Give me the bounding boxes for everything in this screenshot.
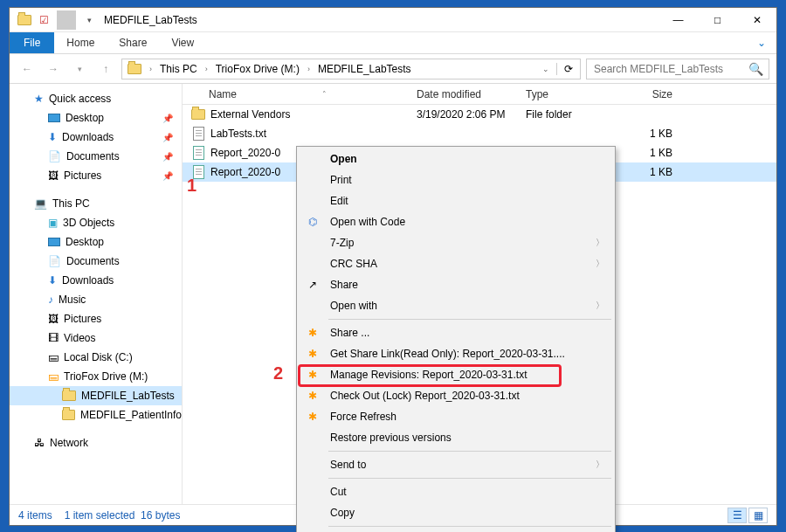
minimize-button[interactable]: — — [658, 8, 698, 32]
triofox-icon: ✱ — [306, 326, 320, 340]
chevron-right-icon: 〉 — [596, 237, 604, 249]
pictures-icon: 🖼 — [48, 169, 59, 182]
context-menu: Open Print Edit ⌬Open with Code 7-Zip〉 C… — [296, 146, 616, 532]
tree-triofox-drive[interactable]: 🖴TrioFox Drive (M:) — [10, 367, 182, 386]
col-name[interactable]: Name˄ — [183, 88, 408, 100]
tree-desktop2[interactable]: Desktop — [10, 232, 182, 252]
folder-icon — [62, 390, 76, 401]
tree-quick-access[interactable]: ★Quick access — [10, 89, 182, 108]
triofox-icon: ✱ — [306, 410, 320, 424]
nav-back-button[interactable]: ← — [17, 59, 38, 79]
sort-up-icon: ˄ — [322, 90, 327, 99]
downloads-icon: ⬇ — [48, 274, 57, 287]
tree-documents[interactable]: 📄Documents📌 — [10, 147, 182, 166]
tab-file[interactable]: File — [10, 32, 54, 53]
table-row[interactable]: LabTests.txt 1 KB — [183, 124, 776, 143]
ctx-open-with-code[interactable]: ⌬Open with Code — [299, 211, 613, 232]
ctx-copy[interactable]: Copy — [299, 502, 613, 523]
col-date[interactable]: Date modified — [408, 88, 517, 100]
ctx-print[interactable]: Print — [299, 169, 613, 190]
pin-icon: 📌 — [162, 114, 173, 123]
ctx-send-to[interactable]: Send to〉 — [299, 454, 613, 475]
triofox-icon: ✱ — [306, 347, 320, 361]
tree-pictures[interactable]: 🖼Pictures📌 — [10, 166, 182, 185]
breadcrumb-segment[interactable]: MEDFILE_LabTests — [313, 59, 417, 79]
chevron-right-icon[interactable]: › — [147, 65, 155, 73]
ctx-force-refresh[interactable]: ✱Force Refresh — [299, 406, 613, 427]
music-icon: ♪ — [48, 294, 53, 306]
refresh-button[interactable]: ⟳ — [556, 63, 580, 75]
ctx-check-out-lock[interactable]: ✱Check Out (Lock) Report_2020-03-31.txt — [299, 385, 613, 406]
drive-icon: 🖴 — [48, 351, 59, 363]
tree-downloads2[interactable]: ⬇Downloads — [10, 271, 182, 290]
breadcrumb-segment[interactable]: TrioFox Drive (M:) — [210, 59, 305, 79]
tree-this-pc[interactable]: 💻This PC — [10, 194, 182, 213]
ctx-restore-previous[interactable]: Restore previous versions — [299, 427, 613, 448]
qat-properties-icon[interactable]: ☑ — [34, 10, 53, 30]
tab-share[interactable]: Share — [107, 32, 159, 53]
nav-history-dropdown[interactable]: ▾ — [69, 59, 90, 79]
ctx-share[interactable]: ↗Share — [299, 274, 613, 295]
ribbon-expand-icon[interactable]: ⌄ — [747, 32, 776, 53]
tree-documents2[interactable]: 📄Documents — [10, 252, 182, 271]
nav-up-button[interactable]: ↑ — [95, 59, 116, 79]
callout-2: 2 — [273, 363, 283, 383]
folder-icon — [62, 410, 75, 420]
documents-icon: 📄 — [48, 255, 61, 267]
pin-icon: 📌 — [162, 171, 173, 181]
view-details-button[interactable]: ☰ — [727, 508, 747, 523]
ctx-open-with[interactable]: Open with〉 — [299, 295, 613, 316]
chevron-right-icon: 〉 — [596, 300, 604, 312]
tree-desktop[interactable]: Desktop📌 — [10, 108, 182, 128]
cube-icon: ▣ — [48, 217, 58, 229]
qat-dropdown-icon[interactable]: ▾ — [79, 10, 99, 30]
tree-medfile-labtests[interactable]: MEDFILE_LabTests — [10, 386, 182, 405]
folder-icon — [128, 64, 141, 74]
search-field[interactable] — [592, 62, 748, 76]
tree-downloads[interactable]: ⬇Downloads📌 — [10, 128, 182, 147]
col-type[interactable]: Type — [517, 88, 615, 100]
pin-icon: 📌 — [162, 152, 173, 162]
chevron-right-icon: 〉 — [596, 459, 604, 471]
tree-local-disk[interactable]: 🖴Local Disk (C:) — [10, 348, 182, 367]
tree-medfile-patientinfo[interactable]: MEDFILE_PatientInfo — [10, 405, 182, 425]
desktop-icon — [48, 238, 60, 246]
search-input[interactable]: 🔍 — [586, 59, 769, 79]
ctx-edit[interactable]: Edit — [299, 190, 613, 211]
table-row[interactable]: External Vendors 3/19/2020 2:06 PM File … — [183, 105, 776, 124]
chevron-right-icon[interactable]: › — [305, 65, 313, 73]
star-icon: ★ — [34, 93, 44, 105]
pin-icon: 📌 — [162, 133, 173, 142]
view-large-icons-button[interactable]: ▦ — [748, 508, 768, 523]
folder-icon — [191, 109, 205, 120]
ctx-crcsha[interactable]: CRC SHA〉 — [299, 253, 613, 274]
tab-home[interactable]: Home — [54, 32, 107, 53]
ribbon-tabs: File Home Share View ⌄ — [10, 32, 776, 54]
maximize-button[interactable]: □ — [698, 8, 737, 32]
breadcrumb-segment[interactable]: This PC — [155, 59, 203, 79]
breadcrumb[interactable]: › This PC › TrioFox Drive (M:) › MEDFILE… — [121, 59, 581, 79]
window-title: MEDFILE_LabTests — [104, 14, 197, 26]
ctx-open[interactable]: Open — [299, 149, 613, 169]
nav-tree[interactable]: ★Quick access Desktop📌 ⬇Downloads📌 📄Docu… — [10, 84, 183, 504]
desktop-icon — [48, 114, 60, 122]
address-dropdown-icon[interactable]: ⌄ — [535, 65, 556, 73]
tab-view[interactable]: View — [159, 32, 206, 53]
callout-highlight — [298, 364, 562, 387]
callout-1: 1 — [187, 176, 196, 196]
ctx-7zip[interactable]: 7-Zip〉 — [299, 232, 613, 253]
tree-music[interactable]: ♪Music — [10, 290, 182, 309]
tree-pictures2[interactable]: 🖼Pictures — [10, 309, 182, 328]
ctx-cut[interactable]: Cut — [299, 481, 613, 502]
col-size[interactable]: Size — [615, 88, 685, 100]
chevron-right-icon[interactable]: › — [203, 65, 210, 73]
tree-3d-objects[interactable]: ▣3D Objects — [10, 213, 182, 232]
videos-icon: 🎞 — [48, 332, 59, 344]
search-icon[interactable]: 🔍 — [748, 62, 763, 76]
ctx-get-share-link[interactable]: ✱Get Share Link(Read Only): Report_2020-… — [299, 343, 613, 364]
tree-videos[interactable]: 🎞Videos — [10, 328, 182, 348]
nav-forward-button[interactable]: → — [43, 59, 64, 79]
tree-network[interactable]: 🖧Network — [10, 433, 182, 453]
ctx-share2[interactable]: ✱Share ... — [299, 322, 613, 343]
close-button[interactable]: ✕ — [737, 8, 776, 32]
